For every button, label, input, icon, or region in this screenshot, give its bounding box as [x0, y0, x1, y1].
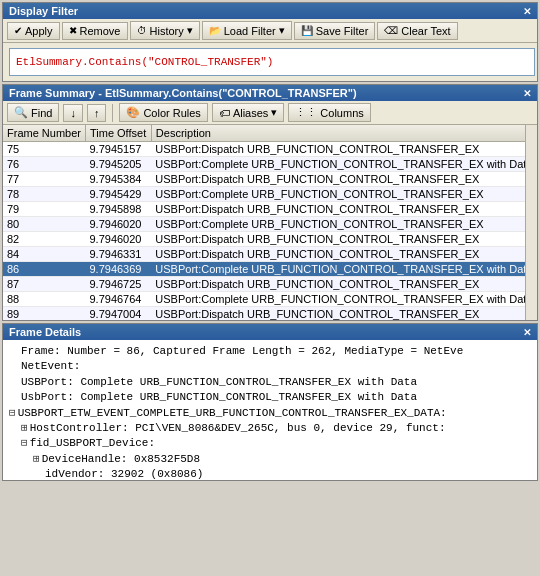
tree-expander-icon[interactable]: ⊞	[33, 452, 40, 467]
cell-frame-number: 77	[3, 172, 85, 187]
table-row[interactable]: 799.7945898USBPort:Dispatch URB_FUNCTION…	[3, 202, 537, 217]
load-filter-label: Load Filter	[224, 25, 276, 37]
apply-button[interactable]: ✔ Apply	[7, 22, 60, 40]
find-button[interactable]: 🔍 Find	[7, 103, 59, 122]
tree-expander-icon[interactable]: ⊟	[9, 406, 16, 421]
frame-summary-title-text: Frame Summary - EtlSummary.Contains("CON…	[9, 87, 357, 99]
frame-details-content: Frame: Number = 86, Captured Frame Lengt…	[3, 340, 537, 480]
detail-line: UsbPort: Complete URB_FUNCTION_CONTROL_T…	[9, 390, 531, 405]
table-row[interactable]: 809.7946020USBPort:Complete URB_FUNCTION…	[3, 217, 537, 232]
cell-frame-number: 89	[3, 307, 85, 321]
frame-details-title: Frame Details ✕	[3, 324, 537, 340]
sort-up-button[interactable]: ↑	[87, 104, 107, 122]
columns-label: Columns	[320, 107, 363, 119]
table-row[interactable]: 769.7945205USBPort:Complete URB_FUNCTION…	[3, 157, 537, 172]
table-row[interactable]: 869.7946369USBPort:Complete URB_FUNCTION…	[3, 262, 537, 277]
tree-expander-icon[interactable]: ⊟	[21, 436, 28, 451]
cell-description: USBPort:Dispatch URB_FUNCTION_CONTROL_TR…	[151, 307, 536, 321]
detail-text: fid_USBPORT_Device:	[30, 436, 155, 451]
cell-time-offset: 9.7945898	[85, 202, 151, 217]
cell-time-offset: 9.7946020	[85, 232, 151, 247]
cell-frame-number: 88	[3, 292, 85, 307]
cell-description: USBPort:Dispatch URB_FUNCTION_CONTROL_TR…	[151, 202, 536, 217]
display-filter-panel: Display Filter ✕ ✔ Apply ✖ Remove ⏱ Hist…	[2, 2, 538, 82]
clear-text-label: Clear Text	[401, 25, 450, 37]
cell-frame-number: 86	[3, 262, 85, 277]
frame-summary-close-icon[interactable]: ✕	[523, 88, 531, 99]
history-dropdown-icon: ▾	[187, 24, 193, 37]
aliases-label: Aliases	[233, 107, 268, 119]
color-rules-button[interactable]: 🎨 Color Rules	[119, 103, 207, 122]
find-icon: 🔍	[14, 106, 28, 119]
detail-line: Frame: Number = 86, Captured Frame Lengt…	[9, 344, 531, 359]
detail-text: DeviceHandle: 0x8532F5D8	[42, 452, 200, 467]
tree-expander-icon[interactable]: ⊞	[21, 421, 28, 436]
apply-label: Apply	[25, 25, 53, 37]
save-filter-button[interactable]: 💾 Save Filter	[294, 22, 376, 40]
table-row[interactable]: 899.7947004USBPort:Dispatch URB_FUNCTION…	[3, 307, 537, 321]
remove-icon: ✖	[69, 25, 77, 36]
cell-time-offset: 9.7945429	[85, 187, 151, 202]
save-icon: 💾	[301, 25, 313, 36]
detail-line[interactable]: ⊞HostController: PCI\VEN_8086&DEV_265C, …	[9, 421, 531, 436]
table-row[interactable]: 779.7945384USBPort:Dispatch URB_FUNCTION…	[3, 172, 537, 187]
frame-details-title-text: Frame Details	[9, 326, 81, 338]
aliases-button[interactable]: 🏷 Aliases ▾	[212, 103, 284, 122]
table-row[interactable]: 849.7946331USBPort:Dispatch URB_FUNCTION…	[3, 247, 537, 262]
cell-time-offset: 9.7946764	[85, 292, 151, 307]
cell-description: USBPort:Complete URB_FUNCTION_CONTROL_TR…	[151, 157, 536, 172]
header-time-offset: Time Offset	[85, 125, 151, 142]
table-row[interactable]: 759.7945157USBPort:Dispatch URB_FUNCTION…	[3, 142, 537, 157]
table-row[interactable]: 789.7945429USBPort:Complete URB_FUNCTION…	[3, 187, 537, 202]
summary-toolbar: 🔍 Find ↓ ↑ 🎨 Color Rules 🏷 Aliases ▾ ⋮⋮ …	[3, 101, 537, 125]
frame-table: Frame Number Time Offset Description 759…	[3, 125, 537, 320]
cell-time-offset: 9.7945157	[85, 142, 151, 157]
cell-frame-number: 84	[3, 247, 85, 262]
detail-line[interactable]: ⊟USBPORT_ETW_EVENT_COMPLETE_URB_FUNCTION…	[9, 406, 531, 421]
display-filter-close-icon[interactable]: ✕	[523, 6, 531, 17]
remove-button[interactable]: ✖ Remove	[62, 22, 128, 40]
frame-details-close-icon[interactable]: ✕	[523, 327, 531, 338]
detail-line[interactable]: ⊞DeviceHandle: 0x8532F5D8	[9, 452, 531, 467]
cell-description: USBPort:Complete URB_FUNCTION_CONTROL_TR…	[151, 292, 536, 307]
cell-description: USBPort:Dispatch URB_FUNCTION_CONTROL_TR…	[151, 142, 536, 157]
table-row[interactable]: 889.7946764USBPort:Complete URB_FUNCTION…	[3, 292, 537, 307]
table-row[interactable]: 829.7946020USBPort:Dispatch URB_FUNCTION…	[3, 232, 537, 247]
detail-line: NetEvent:	[9, 359, 531, 374]
display-filter-title-text: Display Filter	[9, 5, 78, 17]
frame-summary-title: Frame Summary - EtlSummary.Contains("CON…	[3, 85, 537, 101]
cell-frame-number: 82	[3, 232, 85, 247]
frame-details-panel: Frame Details ✕ Frame: Number = 86, Capt…	[2, 323, 538, 481]
display-filter-title: Display Filter ✕	[3, 3, 537, 19]
cell-frame-number: 78	[3, 187, 85, 202]
cell-time-offset: 9.7947004	[85, 307, 151, 321]
cell-frame-number: 87	[3, 277, 85, 292]
cell-description: USBPort:Dispatch URB_FUNCTION_CONTROL_TR…	[151, 247, 536, 262]
load-icon: 📂	[209, 25, 221, 36]
cell-time-offset: 9.7945205	[85, 157, 151, 172]
cell-description: USBPort:Complete URB_FUNCTION_CONTROL_TR…	[151, 262, 536, 277]
cell-time-offset: 9.7946369	[85, 262, 151, 277]
history-button[interactable]: ⏱ History ▾	[130, 21, 200, 40]
load-filter-button[interactable]: 📂 Load Filter ▾	[202, 21, 292, 40]
toolbar-separator	[112, 104, 113, 122]
columns-icon: ⋮⋮	[295, 106, 317, 119]
sort-down-button[interactable]: ↓	[63, 104, 83, 122]
columns-button[interactable]: ⋮⋮ Columns	[288, 103, 370, 122]
detail-text: Frame: Number = 86, Captured Frame Lengt…	[21, 344, 463, 359]
cell-description: USBPort:Dispatch URB_FUNCTION_CONTROL_TR…	[151, 172, 536, 187]
table-scrollbar[interactable]	[525, 125, 537, 320]
cell-frame-number: 79	[3, 202, 85, 217]
load-dropdown-icon: ▾	[279, 24, 285, 37]
table-row[interactable]: 879.7946725USBPort:Dispatch URB_FUNCTION…	[3, 277, 537, 292]
table-container: Frame Number Time Offset Description 759…	[3, 125, 537, 320]
table-header: Frame Number Time Offset Description	[3, 125, 537, 142]
cell-description: USBPort:Complete URB_FUNCTION_CONTROL_TR…	[151, 187, 536, 202]
clear-text-button[interactable]: ⌫ Clear Text	[377, 22, 457, 40]
frame-table-body: 759.7945157USBPort:Dispatch URB_FUNCTION…	[3, 142, 537, 321]
save-filter-label: Save Filter	[316, 25, 369, 37]
detail-line[interactable]: ⊟fid_USBPORT_Device:	[9, 436, 531, 451]
history-label: History	[150, 25, 184, 37]
filter-input[interactable]: EtlSummary.Contains("CONTROL_TRANSFER")	[9, 48, 535, 76]
detail-line: USBPort: Complete URB_FUNCTION_CONTROL_T…	[9, 375, 531, 390]
